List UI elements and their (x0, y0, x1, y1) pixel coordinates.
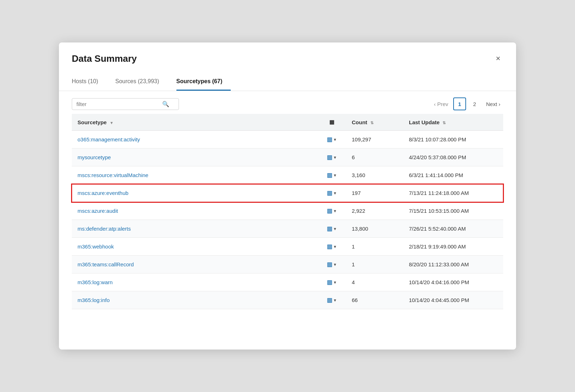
table-body: o365:management:activity▩▼109,2978/3/21 … (72, 131, 503, 309)
sourcetype-cell: m365:log:warn (72, 273, 318, 291)
last-update-cell: 7/13/21 11:24:18.000 AM (403, 184, 503, 202)
sort-arrows-count: ⇅ (370, 121, 374, 125)
chart-cell: ▩▼ (318, 184, 346, 202)
table-row: ms:defender:atp:alerts▩▼13,8007/26/21 5:… (72, 220, 503, 238)
next-button[interactable]: Next › (483, 100, 503, 109)
table-row: mscs:resource:virtualMachine▩▼3,1606/3/2… (72, 166, 503, 184)
sourcetype-link[interactable]: mscs:azure:audit (78, 208, 118, 214)
sourcetype-cell: mysourcetype (72, 149, 318, 166)
table-row: mysourcetype▩▼64/24/20 5:37:08.000 PM (72, 149, 503, 166)
bar-chart-icon[interactable]: ▩ (327, 296, 332, 304)
prev-button[interactable]: ‹ Prev (431, 100, 451, 109)
sourcetype-link[interactable]: m365:log:warn (78, 279, 112, 285)
sourcetype-cell: o365:management:activity (72, 131, 318, 149)
sourcetype-link[interactable]: mscs:resource:virtualMachine (78, 172, 148, 178)
modal-header: Data Summary × (59, 42, 516, 65)
chart-dropdown-arrow[interactable]: ▼ (333, 137, 337, 142)
table-row: mscs:azure:eventhub▩▼1977/13/21 11:24:18… (72, 184, 503, 202)
bar-chart-icon[interactable]: ▩ (327, 278, 332, 286)
sort-arrows-update: ⇅ (442, 121, 446, 125)
count-cell: 6 (346, 149, 403, 166)
chart-dropdown-arrow[interactable]: ▼ (333, 227, 337, 231)
bar-chart-icon[interactable]: ▩ (327, 154, 332, 161)
count-cell: 1 (346, 238, 403, 256)
count-cell: 4 (346, 273, 403, 291)
table-row: m365:log:warn▩▼410/14/20 4:04:16.000 PM (72, 273, 503, 291)
chart-cell: ▩▼ (318, 202, 346, 220)
chart-cell: ▩▼ (318, 149, 346, 166)
table-row: m365:webhook▩▼12/18/21 9:19:49.000 AM (72, 238, 503, 256)
bar-chart-icon[interactable]: ▩ (327, 136, 332, 143)
table-header: Sourcetype ▼ ▩ Count ⇅ Last Update ⇅ (72, 114, 503, 131)
page-1-button[interactable]: 1 (453, 97, 466, 110)
data-summary-modal: Data Summary × Hosts (10) Sources (23,99… (59, 42, 516, 350)
chart-dropdown-arrow[interactable]: ▼ (333, 280, 337, 285)
count-cell: 2,922 (346, 202, 403, 220)
col-header-count[interactable]: Count ⇅ (346, 114, 403, 131)
bar-chart-icon[interactable]: ▩ (327, 189, 332, 197)
search-icon: 🔍 (162, 101, 169, 107)
chart-dropdown-arrow[interactable]: ▼ (333, 245, 337, 249)
sourcetype-link[interactable]: m365:log:info (78, 297, 110, 303)
sourcetype-link[interactable]: m365:teams:callRecord (78, 261, 134, 267)
table-row: m365:teams:callRecord▩▼18/20/20 11:12:33… (72, 256, 503, 273)
sourcetype-link[interactable]: o365:management:activity (78, 136, 140, 142)
bar-chart-icon[interactable]: ▩ (327, 243, 332, 250)
count-cell: 66 (346, 291, 403, 309)
chart-cell: ▩▼ (318, 256, 346, 273)
last-update-cell: 6/3/21 1:41:14.000 PM (403, 166, 503, 184)
modal-title: Data Summary (72, 53, 137, 64)
count-cell: 1 (346, 256, 403, 273)
sourcetype-link[interactable]: mscs:azure:eventhub (78, 190, 129, 196)
tab-sources[interactable]: Sources (23,993) (115, 75, 168, 91)
sourcetype-cell: mscs:azure:audit (72, 202, 318, 220)
chart-dropdown-arrow[interactable]: ▼ (333, 155, 337, 160)
table-row: m365:log:info▩▼6610/14/20 4:04:45.000 PM (72, 291, 503, 309)
sourcetype-cell: mscs:resource:virtualMachine (72, 166, 318, 184)
last-update-cell: 8/3/21 10:07:28.000 PM (403, 131, 503, 149)
col-header-chart: ▩ (318, 114, 346, 131)
chart-dropdown-arrow[interactable]: ▼ (333, 209, 337, 213)
table-row: o365:management:activity▩▼109,2978/3/21 … (72, 131, 503, 149)
sourcetype-link[interactable]: m365:webhook (78, 243, 114, 250)
tab-hosts[interactable]: Hosts (10) (72, 75, 107, 91)
search-box: 🔍 (72, 98, 179, 110)
count-cell: 3,160 (346, 166, 403, 184)
last-update-cell: 10/14/20 4:04:16.000 PM (403, 273, 503, 291)
close-button[interactable]: × (493, 52, 503, 65)
count-cell: 197 (346, 184, 403, 202)
chart-dropdown-arrow[interactable]: ▼ (333, 298, 337, 302)
chart-cell: ▩▼ (318, 131, 346, 149)
chart-icon: ▩ (329, 119, 334, 125)
col-header-sourcetype[interactable]: Sourcetype ▼ (72, 114, 318, 131)
chart-dropdown-arrow[interactable]: ▼ (333, 191, 337, 195)
bar-chart-icon[interactable]: ▩ (327, 171, 332, 179)
sourcetype-cell: m365:teams:callRecord (72, 256, 318, 273)
col-header-last-update[interactable]: Last Update ⇅ (403, 114, 503, 131)
last-update-cell: 7/15/21 10:53:15.000 AM (403, 202, 503, 220)
chart-cell: ▩▼ (318, 273, 346, 291)
sourcetype-link[interactable]: ms:defender:atp:alerts (78, 226, 131, 232)
last-update-cell: 7/26/21 5:52:40.000 AM (403, 220, 503, 238)
chart-dropdown-arrow[interactable]: ▼ (333, 173, 337, 177)
chart-cell: ▩▼ (318, 166, 346, 184)
chart-dropdown-arrow[interactable]: ▼ (333, 262, 337, 267)
pagination: ‹ Prev 1 2 Next › (431, 97, 503, 110)
chart-cell: ▩▼ (318, 220, 346, 238)
last-update-cell: 10/14/20 4:04:45.000 PM (403, 291, 503, 309)
chart-cell: ▩▼ (318, 238, 346, 256)
count-cell: 13,800 (346, 220, 403, 238)
table-row: mscs:azure:audit▩▼2,9227/15/21 10:53:15.… (72, 202, 503, 220)
last-update-cell: 2/18/21 9:19:49.000 AM (403, 238, 503, 256)
bar-chart-icon[interactable]: ▩ (327, 261, 332, 268)
page-2-button[interactable]: 2 (468, 97, 481, 110)
search-input[interactable] (76, 101, 162, 107)
sourcetype-cell: m365:webhook (72, 238, 318, 256)
sourcetype-link[interactable]: mysourcetype (78, 154, 111, 160)
tab-sourcetypes[interactable]: Sourcetypes (67) (176, 75, 231, 91)
last-update-cell: 4/24/20 5:37:08.000 PM (403, 149, 503, 166)
table-wrapper: Sourcetype ▼ ▩ Count ⇅ Last Update ⇅ (59, 114, 516, 322)
bar-chart-icon[interactable]: ▩ (327, 225, 332, 232)
sourcetype-cell: m365:log:info (72, 291, 318, 309)
bar-chart-icon[interactable]: ▩ (327, 207, 332, 215)
